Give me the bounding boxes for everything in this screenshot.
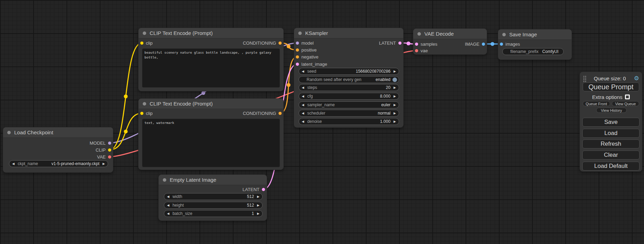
link-midpoint-dot[interactable]	[124, 130, 128, 134]
output-model[interactable]: MODEL	[90, 139, 111, 146]
link-midpoint-dot[interactable]	[287, 45, 291, 48]
filename-prefix-widget[interactable]: filename_prefix ComfyUI	[502, 48, 564, 55]
decrement-arrow-icon[interactable]: ◀	[167, 204, 169, 207]
extra-options-checkbox[interactable]	[625, 94, 630, 99]
increment-arrow-icon[interactable]: ▶	[257, 195, 259, 198]
collapse-dot-icon[interactable]	[143, 31, 146, 35]
collapse-dot-icon[interactable]	[298, 31, 302, 35]
collapse-dot-icon[interactable]	[143, 102, 146, 106]
denoise-widget[interactable]: ◀ denoise 1.000 ▶	[299, 118, 399, 125]
decrement-arrow-icon[interactable]: ◀	[302, 112, 304, 115]
model-port-icon[interactable]	[108, 142, 111, 145]
decrement-arrow-icon[interactable]: ◀	[167, 195, 169, 198]
save-button[interactable]: Save	[582, 118, 639, 127]
load-button[interactable]: Load	[582, 129, 639, 138]
link-midpoint-dot[interactable]	[202, 91, 205, 95]
conditioning-port-icon[interactable]	[279, 112, 282, 115]
image-port-icon[interactable]	[500, 43, 503, 46]
cfg-widget[interactable]: ◀ cfg 8.000 ▶	[299, 93, 399, 100]
decrement-arrow-icon[interactable]: ◀	[302, 120, 304, 123]
queue-front-button[interactable]: Queue Front	[583, 101, 610, 106]
view-queue-button[interactable]: View Queue	[612, 101, 639, 106]
input-model[interactable]: model	[296, 39, 314, 46]
model-port-icon[interactable]	[296, 42, 299, 45]
load-default-button[interactable]: Load Default	[582, 162, 639, 171]
conditioning-port-icon[interactable]	[279, 42, 282, 45]
decrement-arrow-icon[interactable]: ◀	[302, 95, 304, 98]
link-midpoint-dot[interactable]	[407, 42, 411, 45]
refresh-button[interactable]: Refresh	[582, 139, 639, 148]
random-seed-toggle[interactable]	[392, 78, 397, 82]
node-header[interactable]: CLIP Text Encode (Prompt)	[139, 28, 283, 38]
node-ksampler[interactable]: KSampler model positive negative latent_…	[294, 28, 403, 127]
output-conditioning[interactable]: CONDITIONING	[243, 110, 282, 117]
collapse-dot-icon[interactable]	[417, 32, 421, 36]
node-clip-text-encode-positive[interactable]: CLIP Text Encode (Prompt) clip CONDITION…	[139, 28, 283, 91]
node-header[interactable]: Save Image	[498, 29, 572, 40]
increment-arrow-icon[interactable]: ▶	[257, 204, 259, 207]
output-conditioning[interactable]: CONDITIONING	[243, 39, 282, 46]
conditioning-port-icon[interactable]	[296, 55, 299, 58]
increment-arrow-icon[interactable]: ▶	[394, 103, 396, 107]
output-clip[interactable]: CLIP	[96, 146, 111, 153]
node-clip-text-encode-negative[interactable]: CLIP Text Encode (Prompt) clip CONDITION…	[139, 99, 283, 170]
random-seed-widget[interactable]: Random seed after every gen enabled	[299, 76, 399, 83]
vae-port-icon[interactable]	[108, 155, 111, 159]
seed-widget[interactable]: ◀ seed 156680208700286 ▶	[299, 68, 399, 75]
node-save-image[interactable]: Save Image images filename_prefix ComfyU…	[498, 29, 572, 60]
input-positive[interactable]: positive	[296, 46, 317, 53]
increment-arrow-icon[interactable]: ▶	[394, 70, 396, 73]
collapse-dot-icon[interactable]	[7, 131, 11, 134]
scheduler-widget[interactable]: ◀ scheduler normal ▶	[299, 110, 399, 117]
node-empty-latent-image[interactable]: Empty Latent Image LATENT ◀ width 512 ▶ …	[159, 175, 267, 220]
decrement-arrow-icon[interactable]: ◀	[302, 70, 304, 73]
clip-port-icon[interactable]	[140, 42, 143, 45]
width-widget[interactable]: ◀ width 512 ▶	[164, 193, 263, 200]
latent-port-icon[interactable]	[415, 43, 418, 46]
increment-arrow-icon[interactable]: ▶	[394, 86, 396, 89]
link-midpoint-dot[interactable]	[124, 94, 128, 98]
drag-handle-icon[interactable]	[583, 76, 584, 77]
image-port-icon[interactable]	[482, 43, 485, 46]
clip-port-icon[interactable]	[108, 148, 111, 152]
input-latent-image[interactable]: latent_image	[296, 61, 327, 67]
prompt-textarea[interactable]: text, watermark	[142, 119, 280, 167]
ckpt-name-widget[interactable]: ◀ ckpt_name v1-5-pruned-emaonly.ckpt ▶	[9, 160, 108, 167]
node-header[interactable]: KSampler	[294, 28, 403, 38]
batch-size-widget[interactable]: ◀ batch_size 1 ▶	[164, 210, 263, 217]
node-vae-decode[interactable]: VAE Decode samples vae IMAGE	[413, 29, 487, 54]
output-latent[interactable]: LATENT	[242, 186, 265, 193]
node-header[interactable]: Load Checkpoint	[3, 127, 113, 138]
collapse-dot-icon[interactable]	[502, 33, 506, 36]
decrement-arrow-icon[interactable]: ◀	[302, 86, 304, 89]
prompt-textarea[interactable]: beautiful scenery nature glass bottle la…	[142, 48, 280, 88]
sampler-name-widget[interactable]: ◀ sampler_name euler ▶	[299, 101, 399, 108]
increment-arrow-icon[interactable]: ▶	[394, 120, 396, 123]
node-header[interactable]: CLIP Text Encode (Prompt)	[139, 99, 283, 109]
input-images[interactable]: images	[500, 40, 520, 47]
output-vae[interactable]: VAE	[97, 153, 111, 160]
input-negative[interactable]: negative	[296, 53, 318, 60]
decrement-arrow-icon[interactable]: ◀	[167, 212, 169, 215]
input-vae[interactable]: vae	[415, 47, 428, 54]
output-latent[interactable]: LATENT	[379, 39, 402, 46]
decrement-arrow-icon[interactable]: ◀	[12, 162, 15, 165]
clear-button[interactable]: Clear	[582, 151, 639, 160]
clip-port-icon[interactable]	[140, 112, 143, 115]
node-load-checkpoint[interactable]: Load Checkpoint MODEL CLIP VAE ◀ ckpt_na…	[3, 127, 113, 172]
latent-port-icon[interactable]	[262, 188, 265, 191]
input-clip[interactable]: clip	[140, 110, 153, 117]
input-clip[interactable]: clip	[140, 39, 153, 46]
gear-icon[interactable]: ⚙	[634, 75, 639, 81]
latent-port-icon[interactable]	[296, 63, 299, 66]
link-midpoint-dot[interactable]	[287, 83, 291, 87]
increment-arrow-icon[interactable]: ▶	[394, 95, 396, 98]
increment-arrow-icon[interactable]: ▶	[257, 212, 259, 215]
node-header[interactable]: VAE Decode	[413, 29, 487, 39]
output-image[interactable]: IMAGE	[465, 40, 485, 47]
increment-arrow-icon[interactable]: ▶	[394, 112, 396, 115]
latent-port-icon[interactable]	[398, 42, 402, 45]
conditioning-port-icon[interactable]	[296, 48, 299, 52]
link-midpoint-dot[interactable]	[491, 42, 494, 46]
view-history-button[interactable]: View History	[596, 108, 627, 113]
